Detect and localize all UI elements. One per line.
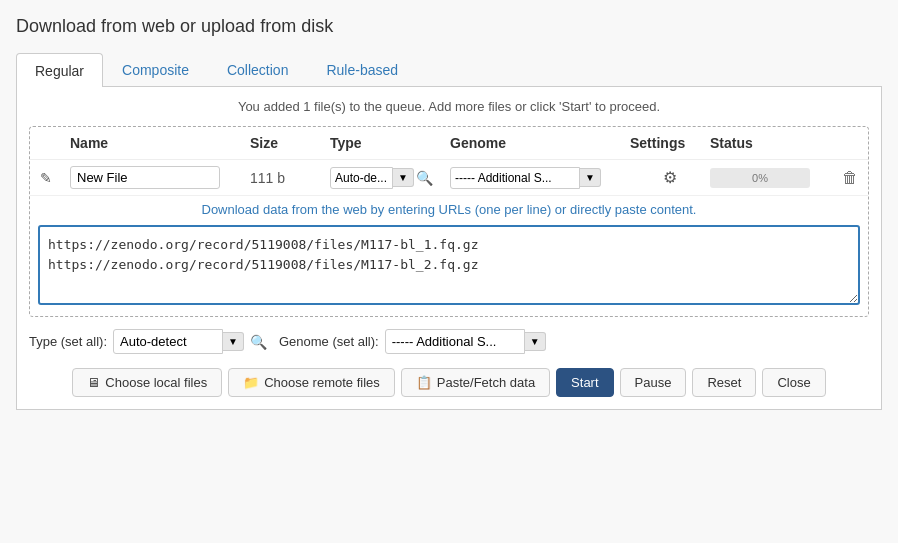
type-search-icon[interactable]: 🔍 (416, 170, 433, 186)
tab-composite[interactable]: Composite (103, 53, 208, 86)
reset-button[interactable]: Reset (692, 368, 756, 397)
row-settings-cell: ⚙ (630, 168, 710, 187)
type-set-all-dropdown-arrow[interactable]: ▼ (223, 332, 244, 351)
genome-select[interactable]: ----- Additional S... (450, 167, 580, 189)
col-header-icon (40, 135, 70, 151)
type-set-all-search-icon[interactable]: 🔍 (250, 334, 267, 350)
url-area-wrapper: https://zenodo.org/record/5119008/files/… (30, 225, 868, 316)
tab-rule-based[interactable]: Rule-based (307, 53, 417, 86)
choose-remote-button[interactable]: 📁 Choose remote files (228, 368, 395, 397)
type-select[interactable]: Auto-de... (330, 167, 393, 189)
row-delete-cell: 🗑 (830, 169, 870, 187)
col-header-settings: Settings (630, 135, 710, 151)
main-panel: You added 1 file(s) to the queue. Add mo… (16, 87, 882, 410)
url-textarea[interactable]: https://zenodo.org/record/5119008/files/… (38, 225, 860, 305)
genome-set-all-label: Genome (set all): (279, 334, 379, 349)
genome-set-all-select[interactable]: ----- Additional S... (385, 329, 525, 354)
col-header-type: Type (330, 135, 450, 151)
type-dropdown-arrow[interactable]: ▼ (393, 168, 414, 187)
type-set-all-select-wrapper: Auto-detect ▼ (113, 329, 244, 354)
settings-gear-icon[interactable]: ⚙ (663, 168, 677, 187)
filename-input[interactable] (70, 166, 220, 189)
row-type-cell: Auto-de... ▼ 🔍 (330, 167, 450, 189)
row-size-cell: 111 b (250, 170, 330, 186)
row-name-cell (70, 166, 250, 189)
genome-set-all: Genome (set all): ----- Additional S... … (279, 329, 546, 354)
close-button[interactable]: Close (762, 368, 825, 397)
bottom-controls: Type (set all): Auto-detect ▼ 🔍 Genome (… (29, 329, 869, 354)
col-header-name: Name (70, 135, 250, 151)
choose-local-label: Choose local files (105, 375, 207, 390)
url-hint: Download data from the web by entering U… (30, 196, 868, 225)
col-header-delete (830, 135, 870, 151)
progress-bar: 0% (710, 168, 810, 188)
type-set-all-label: Type (set all): (29, 334, 107, 349)
row-edit-cell: ✎ (40, 170, 70, 186)
action-buttons-row: 🖥 Choose local files 📁 Choose remote fil… (29, 368, 869, 397)
start-button[interactable]: Start (556, 368, 613, 397)
tab-bar: Regular Composite Collection Rule-based (16, 53, 882, 87)
genome-set-all-dropdown-arrow[interactable]: ▼ (525, 332, 546, 351)
tab-collection[interactable]: Collection (208, 53, 307, 86)
type-set-all: Type (set all): Auto-detect ▼ 🔍 (29, 329, 267, 354)
table-header: Name Size Type Genome Settings Status (30, 127, 868, 160)
choose-remote-label: Choose remote files (264, 375, 380, 390)
folder-icon: 📁 (243, 375, 259, 390)
monitor-icon: 🖥 (87, 375, 100, 390)
paste-icon: 📋 (416, 375, 432, 390)
pause-button[interactable]: Pause (620, 368, 687, 397)
genome-set-all-select-wrapper: ----- Additional S... ▼ (385, 329, 546, 354)
page-title: Download from web or upload from disk (16, 16, 882, 37)
col-header-genome: Genome (450, 135, 630, 151)
row-genome-cell: ----- Additional S... ▼ (450, 167, 630, 189)
table-row: ✎ 111 b Auto-de... ▼ 🔍 (30, 160, 868, 196)
file-table-container: Name Size Type Genome Settings Status ✎ … (29, 126, 869, 317)
choose-local-button[interactable]: 🖥 Choose local files (72, 368, 222, 397)
genome-dropdown-arrow[interactable]: ▼ (580, 168, 601, 187)
delete-button[interactable]: 🗑 (842, 169, 858, 187)
tab-regular[interactable]: Regular (16, 53, 103, 87)
col-header-size: Size (250, 135, 330, 151)
progress-label: 0% (752, 172, 768, 184)
paste-fetch-label: Paste/Fetch data (437, 375, 535, 390)
paste-fetch-button[interactable]: 📋 Paste/Fetch data (401, 368, 550, 397)
col-header-status: Status (710, 135, 830, 151)
row-status-cell: 0% (710, 168, 830, 188)
info-message: You added 1 file(s) to the queue. Add mo… (29, 99, 869, 114)
edit-icon[interactable]: ✎ (40, 170, 52, 186)
type-set-all-select[interactable]: Auto-detect (113, 329, 223, 354)
